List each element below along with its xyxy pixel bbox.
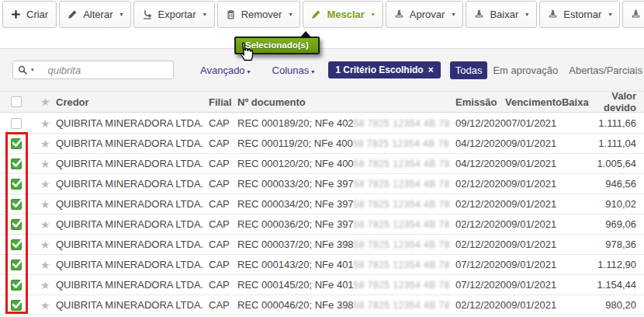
table-row[interactable]: ★ QUIBRITA MINERADORA LTDA. CAP REC 0001… — [0, 154, 644, 174]
table-row[interactable]: ★ QUIBRITA MINERADORA LTDA. CAP REC 0000… — [0, 194, 644, 214]
toolbar-button-estornar[interactable]: Estornar ▾ — [539, 1, 620, 28]
header-vencimento[interactable]: Vencimento — [505, 96, 562, 108]
toolbar-button-remover[interactable]: Remover ▾ — [217, 1, 301, 28]
row-checkbox[interactable] — [11, 239, 22, 250]
documento-visible: REC 000036/20; NFe 397 — [237, 218, 354, 230]
tab-abertas-parciais[interactable]: Abertas/Parciais — [563, 61, 644, 79]
table-row[interactable]: ★ QUIBRITA MINERADORA LTDA. CAP REC 0001… — [0, 275, 644, 295]
chevron-down-icon[interactable]: ▾ — [289, 12, 292, 18]
cell-emissao: 02/12/2020 — [455, 299, 506, 311]
chevron-down-icon[interactable]: ▾ — [525, 12, 528, 18]
search-scope-caret-icon[interactable]: ▾ — [31, 67, 34, 73]
table-body: ★ QUIBRITA MINERADORA LTDA. CAP REC 0001… — [0, 113, 644, 315]
cell-emissao: 02/12/2020 — [455, 239, 506, 250]
chevron-down-icon[interactable]: ▾ — [608, 12, 611, 18]
favorite-star-icon[interactable]: ★ — [33, 138, 51, 149]
search-input[interactable]: ▾ quibrita — [12, 61, 174, 79]
cell-credor: QUIBRITA MINERADORA LTDA. — [51, 158, 209, 169]
pencil-green-icon — [311, 9, 322, 20]
favorite-star-icon[interactable]: ★ — [33, 158, 51, 169]
plus-icon — [11, 9, 22, 20]
documento-visible: REC 000120/20; NFe 400 — [237, 158, 354, 169]
table-row[interactable]: ★ QUIBRITA MINERADORA LTDA. CAP REC 0001… — [0, 113, 644, 134]
favorite-star-icon[interactable]: ★ — [33, 199, 51, 210]
documento-redacted: 58 7825 12354 4B 78 — [354, 260, 450, 270]
tab-em-aprova--o[interactable]: Em aprovação — [487, 61, 563, 79]
columns-link[interactable]: Colunas▾ — [272, 64, 315, 76]
chevron-down-icon[interactable]: ▾ — [119, 12, 123, 18]
row-checkbox[interactable] — [11, 219, 22, 230]
row-checkbox[interactable] — [11, 280, 22, 291]
toolbar-button-aprovar[interactable]: Aprovar ▾ — [386, 1, 464, 28]
documento-redacted: 58 7825 12354 4B 78 — [354, 199, 450, 210]
table-row[interactable]: ★ QUIBRITA MINERADORA LTDA. CAP REC 0000… — [0, 235, 644, 255]
close-icon[interactable]: × — [428, 64, 434, 75]
favorite-star-icon[interactable]: ★ — [33, 260, 51, 270]
header-credor[interactable]: Credor — [51, 96, 209, 108]
header-emissao[interactable]: Emissão — [455, 96, 505, 108]
toolbar-button-exportar[interactable]: Exportar ▾ — [133, 1, 214, 28]
toolbar-button-alterar[interactable]: Alterar ▾ — [59, 1, 131, 28]
cell-credor: QUIBRITA MINERADORA LTDA. — [51, 299, 209, 311]
table-row[interactable]: ★ QUIBRITA MINERADORA LTDA. CAP REC 0000… — [0, 214, 644, 235]
header-filial[interactable]: Filial — [209, 96, 237, 108]
stamp-icon — [474, 9, 485, 20]
chevron-down-icon[interactable]: ▾ — [203, 12, 206, 18]
table-row[interactable]: ★ QUIBRITA MINERADORA LTDA. CAP REC 0000… — [0, 174, 644, 194]
cell-credor: QUIBRITA MINERADORA LTDA. — [51, 138, 209, 149]
cell-valor-devido: 910,02 — [589, 198, 644, 210]
row-checkbox[interactable] — [11, 138, 22, 149]
toolbar-button-mesclar[interactable]: Mesclar ▾ — [303, 1, 383, 28]
row-checkbox[interactable] — [11, 260, 22, 270]
header-documento[interactable]: Nº documento — [237, 96, 455, 108]
table-row[interactable]: ★ QUIBRITA MINERADORA LTDA. CAP REC 0000… — [0, 295, 644, 315]
cell-credor: QUIBRITA MINERADORA LTDA. — [51, 218, 209, 230]
cell-credor: QUIBRITA MINERADORA LTDA. — [51, 198, 209, 210]
search-value[interactable]: quibrita — [48, 64, 81, 76]
row-checkbox[interactable] — [11, 179, 22, 190]
toolbar-button-label: Baixar — [490, 9, 518, 20]
documento-redacted: 58 7825 12354 4B 78 — [354, 158, 450, 169]
toolbar-button-label: Alterar — [83, 9, 113, 20]
cell-documento: REC 000189/20; NFe 40258 7825 12354 4B 7… — [237, 117, 455, 129]
cell-filial: CAP — [209, 239, 237, 250]
search-icon[interactable] — [18, 65, 28, 75]
header-valor-devido[interactable]: Valor devido — [593, 90, 644, 113]
tab-todas[interactable]: Todas — [450, 61, 488, 79]
select-all-cell — [0, 96, 33, 107]
favorite-star-icon[interactable]: ★ — [33, 118, 51, 129]
cell-valor-devido: 969,06 — [589, 218, 644, 230]
cell-valor-devido: 1.112,90 — [589, 259, 644, 270]
documento-visible: REC 000037/20; NFe 398 — [237, 239, 354, 250]
favorite-star-icon[interactable]: ★ — [33, 219, 51, 230]
row-checkbox[interactable] — [11, 199, 22, 210]
criteria-badge[interactable]: 1 Critério Escolhido× — [328, 61, 440, 78]
chevron-down-icon: ▾ — [248, 68, 251, 75]
favorite-star-icon[interactable]: ★ — [33, 300, 51, 311]
row-checkbox[interactable] — [11, 300, 22, 311]
toolbar-button-label: Exportar — [158, 9, 196, 20]
table-row[interactable]: ★ QUIBRITA MINERADORA LTDA. CAP REC 0001… — [0, 255, 644, 275]
toolbar-button-criar[interactable]: Criar — [2, 1, 57, 28]
row-checkbox[interactable] — [11, 158, 22, 169]
chevron-down-icon[interactable]: ▾ — [372, 12, 375, 18]
favorite-star-icon[interactable]: ★ — [33, 239, 51, 250]
cell-filial: CAP — [209, 178, 237, 190]
documento-redacted: 58 7825 12354 4B 78 — [354, 300, 450, 311]
cell-vencimento: 09/01/2021 — [506, 218, 558, 230]
cell-credor: QUIBRITA MINERADORA LTDA. — [51, 259, 209, 270]
table-row[interactable]: ★ QUIBRITA MINERADORA LTDA. CAP REC 0001… — [0, 134, 644, 154]
cell-credor: QUIBRITA MINERADORA LTDA. — [51, 178, 209, 190]
toolbar-button-transferir[interactable]: Transferir ▾ — [622, 1, 644, 28]
cell-credor: QUIBRITA MINERADORA LTDA. — [51, 239, 209, 250]
chevron-down-icon: ▾ — [311, 68, 314, 75]
favorite-star-icon[interactable]: ★ — [33, 179, 51, 190]
documento-visible: REC 000145/20; NFe 401 — [237, 279, 354, 291]
favorite-star-icon[interactable]: ★ — [33, 280, 51, 291]
row-checkbox[interactable] — [11, 118, 22, 129]
select-all-checkbox[interactable] — [11, 96, 22, 107]
chevron-down-icon[interactable]: ▾ — [452, 12, 455, 18]
header-baixa[interactable]: Baixa — [562, 96, 593, 108]
stamp-icon — [548, 9, 559, 20]
toolbar-button-baixar[interactable]: Baixar ▾ — [466, 1, 537, 28]
